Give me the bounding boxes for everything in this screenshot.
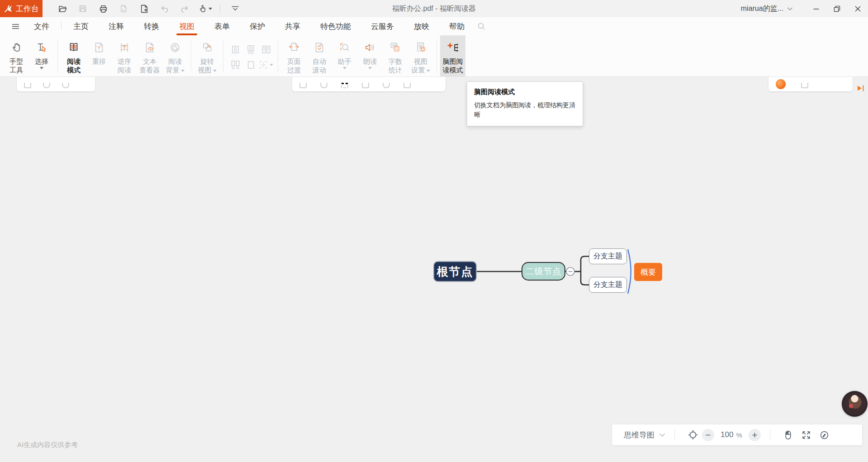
menu-item-form[interactable]: 表单 bbox=[211, 17, 233, 35]
hamburger-icon[interactable] bbox=[12, 24, 19, 29]
undo-icon[interactable] bbox=[157, 2, 171, 15]
auto-scroll-button[interactable]: 自动 滚动 bbox=[307, 35, 332, 76]
mindmap-summary-node[interactable]: 概要 bbox=[634, 263, 662, 281]
hand-icon bbox=[9, 38, 23, 57]
ribbon-divider bbox=[223, 39, 223, 73]
continuous-page-icon[interactable] bbox=[246, 45, 256, 54]
menu-item-home[interactable]: 主页 bbox=[70, 17, 92, 35]
fullscreen-icon[interactable] bbox=[797, 426, 816, 444]
single-page-icon[interactable] bbox=[231, 45, 240, 54]
menu-divider bbox=[61, 22, 62, 30]
ribbon-divider bbox=[57, 39, 58, 73]
minimize-button[interactable] bbox=[806, 0, 826, 17]
dropdown-caret-icon bbox=[209, 8, 212, 10]
maximize-button[interactable] bbox=[826, 0, 847, 17]
view-settings-button[interactable]: 视图 设置 bbox=[408, 35, 433, 76]
view-settings-label: 视图 设置 bbox=[412, 57, 430, 74]
account-menu[interactable]: miarua的监... bbox=[741, 4, 793, 14]
redo-icon[interactable] bbox=[177, 2, 192, 15]
reflow-page-icon bbox=[92, 38, 106, 57]
zoom-out-button[interactable] bbox=[702, 429, 714, 441]
reverse-order-icon bbox=[118, 38, 131, 57]
moon-clock-icon bbox=[168, 38, 182, 57]
dropdown-caret-icon bbox=[40, 67, 43, 69]
mouse-mode-icon[interactable] bbox=[779, 426, 797, 444]
read-aloud-label: 朗读 bbox=[363, 57, 377, 66]
search-icon[interactable] bbox=[477, 22, 486, 31]
toolbar-collapse-icon[interactable] bbox=[228, 2, 242, 15]
book-icon bbox=[67, 38, 81, 57]
mindmap-second-level-node[interactable]: 二级节点 bbox=[522, 262, 565, 281]
menu-item-features[interactable]: 特色功能 bbox=[317, 17, 355, 35]
status-bar: 思维导图 100 % bbox=[612, 424, 862, 445]
menu-item-present[interactable]: 放映 bbox=[410, 17, 433, 35]
compass-icon[interactable] bbox=[816, 426, 834, 444]
word-count-button[interactable]: AB 字数 统计 bbox=[383, 35, 408, 76]
menu-bar: 文件 主页 注释 转换 视图 表单 保护 共享 特色功能 云服务 放映 帮助 bbox=[0, 17, 868, 35]
zoom-unit: % bbox=[736, 431, 742, 439]
account-name: miarua的监... bbox=[741, 4, 783, 14]
zoom-in-button[interactable] bbox=[749, 429, 761, 441]
mode-selector[interactable]: 思维导图 bbox=[624, 430, 665, 440]
reflow-button[interactable]: 重排 bbox=[86, 35, 112, 76]
mindmap-mode-button[interactable]: 脑图阅 读模式 bbox=[440, 35, 465, 76]
menu-item-help[interactable]: 帮助 bbox=[446, 17, 468, 35]
select-tool-label: 选择 bbox=[35, 57, 48, 66]
statusbar-divider bbox=[674, 429, 675, 440]
split-view-icon[interactable] bbox=[259, 60, 273, 70]
save-icon[interactable] bbox=[76, 2, 90, 15]
dropdown-caret-icon bbox=[213, 70, 217, 72]
word-count-icon: AB bbox=[389, 38, 402, 57]
summary-brace bbox=[628, 249, 631, 294]
page-transition-button[interactable]: 页面 过渡 bbox=[281, 35, 307, 76]
facing-continuous-icon[interactable] bbox=[231, 60, 240, 70]
mindmap-sparkle-icon bbox=[446, 38, 460, 57]
text-viewer-label: 文本 查看器 bbox=[140, 57, 160, 74]
read-mode-button[interactable]: 阅读 模式 bbox=[61, 35, 86, 76]
read-background-button[interactable]: 阅读 背景 bbox=[162, 35, 188, 76]
menu-item-protect[interactable]: 保护 bbox=[246, 17, 269, 35]
ai-disclaimer: AI生成内容仅供参考 bbox=[17, 441, 78, 449]
dropdown-caret-icon bbox=[368, 67, 372, 69]
document-canvas[interactable]: 脑图阅读模式 切换文档为脑图阅读，梳理结构更清晰 根节点 二级节点 分支主题 分… bbox=[0, 77, 868, 462]
text-select-icon bbox=[35, 38, 48, 57]
page-transition-icon bbox=[287, 38, 301, 57]
new-page-icon[interactable] bbox=[137, 2, 151, 15]
select-tool-button[interactable]: 选择 bbox=[29, 35, 54, 76]
assistant-button[interactable]: 助手 bbox=[332, 35, 357, 76]
view-settings-icon bbox=[414, 38, 427, 57]
user-avatar[interactable] bbox=[842, 391, 868, 417]
menu-item-file[interactable]: 文件 bbox=[30, 17, 53, 35]
menu-item-comment[interactable]: 注释 bbox=[105, 17, 128, 35]
chevron-down-icon bbox=[787, 7, 793, 11]
mindmap-branch-node[interactable]: 分支主题 bbox=[589, 248, 627, 264]
read-aloud-button[interactable]: 朗读 bbox=[357, 35, 383, 76]
facing-pages-icon[interactable] bbox=[261, 45, 271, 54]
menu-item-share[interactable]: 共享 bbox=[281, 17, 304, 35]
read-background-label: 阅读 背景 bbox=[166, 57, 185, 74]
tooltip: 脑图阅读模式 切换文档为脑图阅读，梳理结构更清晰 bbox=[467, 81, 583, 126]
mindmap-root-node[interactable]: 根节点 bbox=[433, 261, 477, 282]
menu-item-view[interactable]: 视图 bbox=[175, 17, 198, 35]
locate-icon[interactable] bbox=[684, 426, 702, 444]
mindmap-branch-node[interactable]: 分支主题 bbox=[589, 277, 627, 293]
print-icon[interactable] bbox=[96, 2, 110, 15]
workspace-label: 工作台 bbox=[16, 4, 39, 14]
chevron-down-icon bbox=[659, 433, 665, 437]
menu-item-cloud[interactable]: 云服务 bbox=[367, 17, 398, 35]
workspace-button[interactable]: 工作台 bbox=[0, 0, 43, 17]
tooltip-body: 切换文档为脑图阅读，梳理结构更清晰 bbox=[474, 100, 577, 119]
assistant-magnifier-icon bbox=[338, 38, 351, 57]
text-viewer-button[interactable]: 文本 查看器 bbox=[137, 35, 162, 76]
cover-page-icon[interactable] bbox=[246, 60, 256, 70]
touch-select-icon[interactable] bbox=[198, 2, 212, 15]
hand-tool-button[interactable]: 手型 工具 bbox=[4, 35, 29, 76]
dropdown-caret-icon bbox=[270, 64, 273, 66]
open-icon[interactable] bbox=[55, 2, 70, 15]
rotate-view-button[interactable]: 旋转 视图 bbox=[194, 35, 220, 76]
reverse-reading-label: 逆序 阅读 bbox=[118, 57, 131, 74]
menu-item-convert[interactable]: 转换 bbox=[140, 17, 163, 35]
reverse-reading-button[interactable]: 逆序 阅读 bbox=[112, 35, 137, 76]
close-button[interactable] bbox=[847, 0, 868, 17]
extract-page-icon[interactable] bbox=[116, 2, 131, 15]
